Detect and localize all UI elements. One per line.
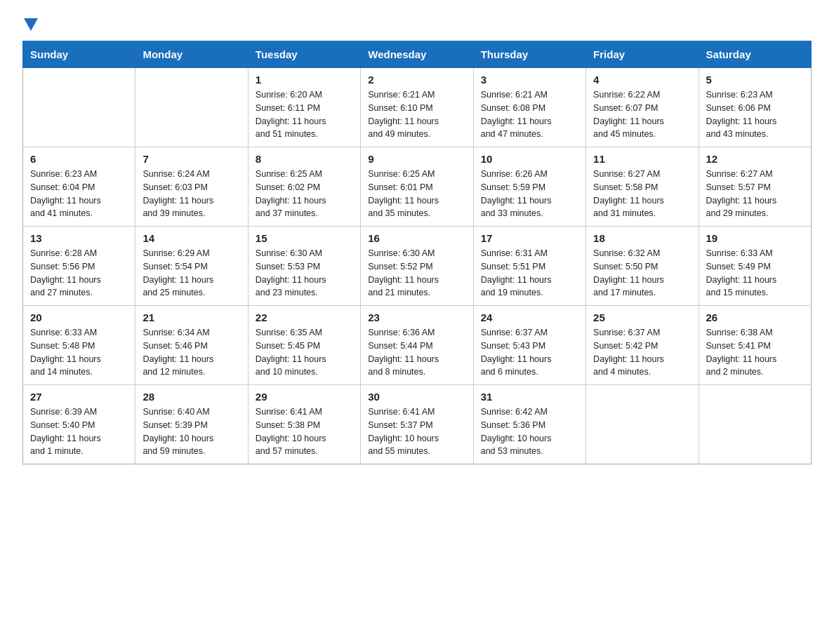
day-info: Sunrise: 6:25 AM Sunset: 6:02 PM Dayligh… xyxy=(256,168,353,220)
calendar-week-row: 6Sunrise: 6:23 AM Sunset: 6:04 PM Daylig… xyxy=(23,147,812,227)
day-info: Sunrise: 6:41 AM Sunset: 5:37 PM Dayligh… xyxy=(368,405,465,458)
day-number: 18 xyxy=(593,232,691,244)
calendar-cell xyxy=(586,385,699,464)
day-info: Sunrise: 6:29 AM Sunset: 5:54 PM Dayligh… xyxy=(143,247,240,300)
calendar-cell: 25Sunrise: 6:37 AM Sunset: 5:42 PM Dayli… xyxy=(586,306,699,385)
day-info: Sunrise: 6:35 AM Sunset: 5:45 PM Dayligh… xyxy=(256,326,353,379)
day-number: 28 xyxy=(143,391,240,403)
calendar-cell xyxy=(23,68,135,147)
day-info: Sunrise: 6:26 AM Sunset: 5:59 PM Dayligh… xyxy=(481,168,578,220)
day-info: Sunrise: 6:25 AM Sunset: 6:01 PM Dayligh… xyxy=(368,168,465,220)
day-info: Sunrise: 6:21 AM Sunset: 6:08 PM Dayligh… xyxy=(481,88,578,141)
calendar-header-tuesday: Tuesday xyxy=(248,41,360,68)
calendar-cell: 18Sunrise: 6:32 AM Sunset: 5:50 PM Dayli… xyxy=(586,227,699,306)
day-info: Sunrise: 6:37 AM Sunset: 5:43 PM Dayligh… xyxy=(481,326,578,379)
day-info: Sunrise: 6:40 AM Sunset: 5:39 PM Dayligh… xyxy=(143,405,240,458)
page-header xyxy=(22,17,812,34)
calendar-cell: 19Sunrise: 6:33 AM Sunset: 5:49 PM Dayli… xyxy=(699,227,811,306)
calendar-cell: 10Sunrise: 6:26 AM Sunset: 5:59 PM Dayli… xyxy=(473,147,585,227)
day-number: 2 xyxy=(368,74,465,86)
calendar-cell: 27Sunrise: 6:39 AM Sunset: 5:40 PM Dayli… xyxy=(23,385,135,464)
calendar-cell: 20Sunrise: 6:33 AM Sunset: 5:48 PM Dayli… xyxy=(23,306,135,385)
day-number: 21 xyxy=(143,311,240,323)
calendar-cell: 9Sunrise: 6:25 AM Sunset: 6:01 PM Daylig… xyxy=(361,147,473,227)
day-info: Sunrise: 6:39 AM Sunset: 5:40 PM Dayligh… xyxy=(30,405,128,458)
calendar-cell: 12Sunrise: 6:27 AM Sunset: 5:57 PM Dayli… xyxy=(699,147,811,227)
day-number: 23 xyxy=(368,311,465,323)
day-number: 27 xyxy=(30,391,128,403)
calendar-cell: 26Sunrise: 6:38 AM Sunset: 5:41 PM Dayli… xyxy=(699,306,811,385)
day-number: 26 xyxy=(706,311,804,323)
day-number: 31 xyxy=(481,391,578,403)
day-number: 8 xyxy=(256,153,353,165)
calendar-cell xyxy=(135,68,248,147)
day-info: Sunrise: 6:24 AM Sunset: 6:03 PM Dayligh… xyxy=(143,168,240,220)
calendar-cell: 14Sunrise: 6:29 AM Sunset: 5:54 PM Dayli… xyxy=(135,227,248,306)
day-info: Sunrise: 6:27 AM Sunset: 5:57 PM Dayligh… xyxy=(706,168,804,220)
day-number: 15 xyxy=(256,232,353,244)
calendar-cell: 4Sunrise: 6:22 AM Sunset: 6:07 PM Daylig… xyxy=(586,68,699,147)
day-number: 1 xyxy=(256,74,353,86)
calendar-cell: 21Sunrise: 6:34 AM Sunset: 5:46 PM Dayli… xyxy=(135,306,248,385)
calendar-cell: 16Sunrise: 6:30 AM Sunset: 5:52 PM Dayli… xyxy=(361,227,473,306)
calendar-cell: 7Sunrise: 6:24 AM Sunset: 6:03 PM Daylig… xyxy=(135,147,248,227)
day-info: Sunrise: 6:30 AM Sunset: 5:53 PM Dayligh… xyxy=(256,247,353,300)
calendar-week-row: 27Sunrise: 6:39 AM Sunset: 5:40 PM Dayli… xyxy=(23,385,812,464)
calendar-header-friday: Friday xyxy=(586,41,699,68)
day-number: 12 xyxy=(706,153,804,165)
calendar-cell: 3Sunrise: 6:21 AM Sunset: 6:08 PM Daylig… xyxy=(473,68,585,147)
day-info: Sunrise: 6:30 AM Sunset: 5:52 PM Dayligh… xyxy=(368,247,465,300)
calendar-week-row: 20Sunrise: 6:33 AM Sunset: 5:48 PM Dayli… xyxy=(23,306,812,385)
calendar-cell: 8Sunrise: 6:25 AM Sunset: 6:02 PM Daylig… xyxy=(248,147,360,227)
day-info: Sunrise: 6:42 AM Sunset: 5:36 PM Dayligh… xyxy=(481,405,578,458)
day-info: Sunrise: 6:37 AM Sunset: 5:42 PM Dayligh… xyxy=(593,326,691,379)
calendar-week-row: 13Sunrise: 6:28 AM Sunset: 5:56 PM Dayli… xyxy=(23,227,812,306)
calendar-table: SundayMondayTuesdayWednesdayThursdayFrid… xyxy=(22,41,812,464)
calendar-cell: 30Sunrise: 6:41 AM Sunset: 5:37 PM Dayli… xyxy=(361,385,473,464)
calendar-cell xyxy=(699,385,811,464)
day-number: 4 xyxy=(593,74,691,86)
day-number: 24 xyxy=(481,311,578,323)
calendar-cell: 29Sunrise: 6:41 AM Sunset: 5:38 PM Dayli… xyxy=(248,385,360,464)
day-info: Sunrise: 6:41 AM Sunset: 5:38 PM Dayligh… xyxy=(256,405,353,458)
day-number: 16 xyxy=(368,232,465,244)
day-number: 14 xyxy=(143,232,240,244)
calendar-header-monday: Monday xyxy=(135,41,248,68)
day-info: Sunrise: 6:34 AM Sunset: 5:46 PM Dayligh… xyxy=(143,326,240,379)
calendar-cell: 6Sunrise: 6:23 AM Sunset: 6:04 PM Daylig… xyxy=(23,147,135,227)
calendar-header-row: SundayMondayTuesdayWednesdayThursdayFrid… xyxy=(23,41,812,68)
day-number: 29 xyxy=(256,391,353,403)
day-info: Sunrise: 6:33 AM Sunset: 5:48 PM Dayligh… xyxy=(30,326,128,379)
day-number: 30 xyxy=(368,391,465,403)
day-info: Sunrise: 6:38 AM Sunset: 5:41 PM Dayligh… xyxy=(706,326,804,379)
calendar-cell: 24Sunrise: 6:37 AM Sunset: 5:43 PM Dayli… xyxy=(473,306,585,385)
calendar-header-saturday: Saturday xyxy=(699,41,811,68)
calendar-header-wednesday: Wednesday xyxy=(361,41,473,68)
day-number: 20 xyxy=(30,311,128,323)
day-info: Sunrise: 6:28 AM Sunset: 5:56 PM Dayligh… xyxy=(30,247,128,300)
day-info: Sunrise: 6:32 AM Sunset: 5:50 PM Dayligh… xyxy=(593,247,691,300)
calendar-cell: 15Sunrise: 6:30 AM Sunset: 5:53 PM Dayli… xyxy=(248,227,360,306)
calendar-cell: 31Sunrise: 6:42 AM Sunset: 5:36 PM Dayli… xyxy=(473,385,585,464)
calendar-cell: 2Sunrise: 6:21 AM Sunset: 6:10 PM Daylig… xyxy=(361,68,473,147)
calendar-cell: 22Sunrise: 6:35 AM Sunset: 5:45 PM Dayli… xyxy=(248,306,360,385)
calendar-cell: 28Sunrise: 6:40 AM Sunset: 5:39 PM Dayli… xyxy=(135,385,248,464)
day-number: 3 xyxy=(481,74,578,86)
day-number: 6 xyxy=(30,153,128,165)
calendar-cell: 13Sunrise: 6:28 AM Sunset: 5:56 PM Dayli… xyxy=(23,227,135,306)
day-info: Sunrise: 6:27 AM Sunset: 5:58 PM Dayligh… xyxy=(593,168,691,220)
day-number: 25 xyxy=(593,311,691,323)
calendar-header-sunday: Sunday xyxy=(23,41,135,68)
day-number: 11 xyxy=(593,153,691,165)
calendar-cell: 11Sunrise: 6:27 AM Sunset: 5:58 PM Dayli… xyxy=(586,147,699,227)
day-info: Sunrise: 6:23 AM Sunset: 6:06 PM Dayligh… xyxy=(706,88,804,141)
calendar-week-row: 1Sunrise: 6:20 AM Sunset: 6:11 PM Daylig… xyxy=(23,68,812,147)
day-number: 19 xyxy=(706,232,804,244)
day-info: Sunrise: 6:21 AM Sunset: 6:10 PM Dayligh… xyxy=(368,88,465,141)
day-info: Sunrise: 6:31 AM Sunset: 5:51 PM Dayligh… xyxy=(481,247,578,300)
day-info: Sunrise: 6:22 AM Sunset: 6:07 PM Dayligh… xyxy=(593,88,691,141)
calendar-cell: 17Sunrise: 6:31 AM Sunset: 5:51 PM Dayli… xyxy=(473,227,585,306)
calendar-header-thursday: Thursday xyxy=(473,41,585,68)
day-number: 17 xyxy=(481,232,578,244)
day-info: Sunrise: 6:20 AM Sunset: 6:11 PM Dayligh… xyxy=(256,88,353,141)
